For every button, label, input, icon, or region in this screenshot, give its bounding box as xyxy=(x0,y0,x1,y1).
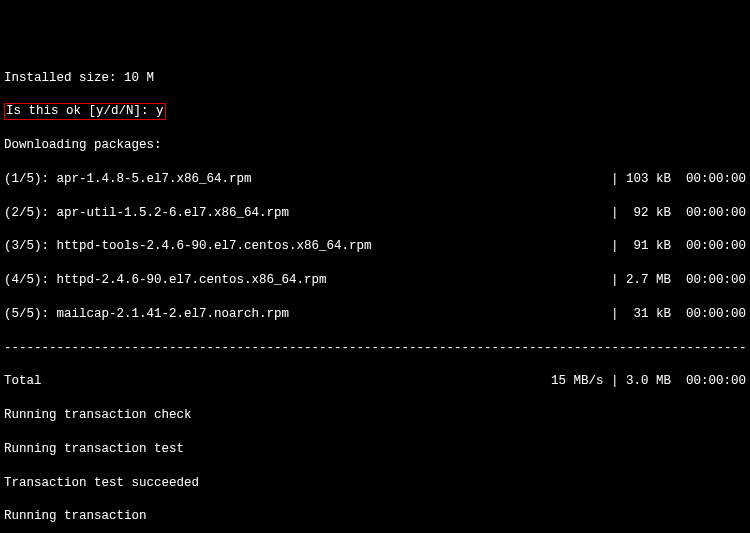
terminal-output: Installed size: 10 M Is this ok [y/d/N]:… xyxy=(0,51,750,533)
downloading-header: Downloading packages: xyxy=(4,137,746,154)
download-row: (2/5): apr-util-1.5.2-6.el7.x86_64.rpm| … xyxy=(4,205,746,222)
download-row: (4/5): httpd-2.4.6-90.el7.centos.x86_64.… xyxy=(4,272,746,289)
txn-check-line: Running transaction check xyxy=(4,407,746,424)
separator-line: ----------------------------------------… xyxy=(4,340,746,357)
total-row: Total15 MB/s | 3.0 MB 00:00:00 xyxy=(4,373,746,390)
confirm-prompt-highlight: Is this ok [y/d/N]: y xyxy=(4,103,166,120)
download-row: (1/5): apr-1.4.8-5.el7.x86_64.rpm| 103 k… xyxy=(4,171,746,188)
txn-run-line: Running transaction xyxy=(4,508,746,525)
installed-size-line: Installed size: 10 M xyxy=(4,70,746,87)
download-row: (5/5): mailcap-2.1.41-2.el7.noarch.rpm| … xyxy=(4,306,746,323)
txn-test-ok-line: Transaction test succeeded xyxy=(4,475,746,492)
download-row: (3/5): httpd-tools-2.4.6-90.el7.centos.x… xyxy=(4,238,746,255)
txn-test-line: Running transaction test xyxy=(4,441,746,458)
